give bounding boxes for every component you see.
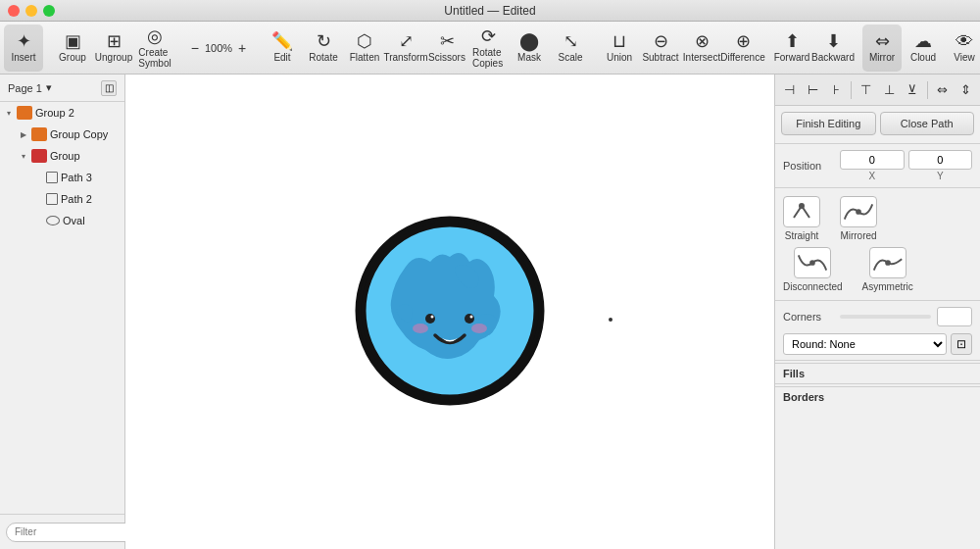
align-center-v-button[interactable]: ⊥: [878, 79, 900, 101]
difference-tool[interactable]: ⊕ Difference: [723, 25, 762, 72]
round-select[interactable]: Round: None Round: All Round: Inner: [783, 333, 947, 355]
union-icon: ⊔: [612, 32, 626, 50]
layer-toggle-oval: [33, 216, 43, 225]
node-mirrored-option[interactable]: Mirrored: [840, 196, 877, 241]
position-inputs: X Y: [840, 150, 972, 181]
svg-point-6: [471, 324, 487, 333]
mirror-icon: ⇔: [875, 32, 890, 50]
rotate-copies-icon: ⟳: [481, 27, 496, 45]
corners-slider[interactable]: [840, 315, 931, 319]
maximize-button[interactable]: [43, 5, 55, 17]
round-row: Round: None Round: All Round: Inner ⊡: [775, 330, 980, 358]
position-y-input[interactable]: [908, 150, 973, 170]
canvas-area[interactable]: [125, 75, 774, 549]
backward-tool[interactable]: ⬇ Backward: [813, 25, 853, 72]
layer-toggle-group2[interactable]: ▾: [4, 108, 14, 118]
layer-item-groupcopy[interactable]: ▶ Group Copy: [0, 124, 124, 145]
scale-icon: ⤡: [564, 32, 578, 50]
oval-icon: [46, 216, 60, 225]
divider-5: [775, 383, 980, 384]
layer-item-group2[interactable]: ▾ Group 2: [0, 102, 124, 124]
rotate-tool[interactable]: ↻ Rotate: [304, 25, 343, 72]
page-selector[interactable]: Page 1 ▾ ◫: [0, 75, 124, 102]
rotate-copies-tool[interactable]: ⟳ Rotate Copies: [468, 25, 508, 72]
ungroup-tool[interactable]: ⊞ Ungroup: [94, 25, 133, 72]
position-y-wrap: Y: [908, 150, 973, 181]
path3-icon: [46, 172, 58, 183]
pt-separator-1: [851, 81, 852, 99]
layer-item-path3[interactable]: Path 3: [0, 167, 124, 188]
divider-1: [775, 143, 980, 144]
transform-icon: ⤢: [399, 32, 414, 50]
position-x-wrap: X: [840, 150, 905, 181]
layer-name-path2: Path 2: [61, 193, 92, 205]
edit-tool[interactable]: ✏️ Edit: [263, 25, 302, 72]
layer-toggle-group[interactable]: ▾: [19, 151, 28, 161]
align-right-button[interactable]: ⊦: [825, 79, 847, 101]
fills-header: Fills: [775, 363, 980, 381]
layer-item-group[interactable]: ▾ Group: [0, 145, 124, 167]
divider-3: [775, 300, 980, 301]
position-x-input[interactable]: [840, 150, 905, 170]
intersect-tool[interactable]: ⊗ Intersect: [682, 25, 721, 72]
layers-panel: Page 1 ▾ ◫ ▾ Group 2 ▶ Group Copy ▾: [0, 75, 125, 549]
mask-tool[interactable]: ⬤ Mask: [510, 25, 549, 72]
finish-editing-button[interactable]: Finish Editing: [781, 112, 876, 135]
group2-icon: [17, 106, 32, 120]
window-title: Untitled — Edited: [444, 4, 535, 18]
layer-name-group2: Group 2: [35, 107, 74, 119]
insert-tool[interactable]: ✦ Insert: [4, 25, 43, 72]
align-bottom-button[interactable]: ⊻: [902, 79, 923, 101]
scissors-tool[interactable]: ✂ Scissors: [427, 25, 466, 72]
forward-tool[interactable]: ⬆ Forward: [772, 25, 811, 72]
subtract-tool[interactable]: ⊖ Subtract: [641, 25, 680, 72]
create-symbol-tool[interactable]: ◎ Create Symbol: [135, 25, 174, 72]
scissors-icon: ✂: [440, 32, 455, 50]
mirrored-icon-box: [840, 196, 877, 227]
disconnected-icon-box: [794, 247, 831, 278]
asymmetric-icon-box: [869, 247, 906, 278]
scale-tool[interactable]: ⤡ Scale: [551, 25, 590, 72]
zoom-tool[interactable]: − 100% +: [184, 25, 253, 72]
cloud-tool[interactable]: ☁ Cloud: [904, 25, 943, 72]
flatten-tool[interactable]: ⬡ Flatten: [345, 25, 384, 72]
align-left-button[interactable]: ⊣: [779, 79, 801, 101]
panel-toggle-button[interactable]: ◫: [101, 80, 117, 96]
node-straight-option[interactable]: Straight: [783, 196, 820, 241]
mirror-tool[interactable]: ⇔ Mirror: [862, 25, 902, 72]
close-path-button[interactable]: Close Path: [880, 112, 975, 135]
node-disconnected-option[interactable]: Disconnected: [783, 247, 843, 292]
transform-tool[interactable]: ⤢ Transform: [386, 25, 425, 72]
view-icon: 👁: [956, 32, 973, 50]
align-top-button[interactable]: ⊤: [856, 79, 877, 101]
close-button[interactable]: [8, 5, 20, 17]
earth-illustration: [352, 213, 548, 411]
distribute-h-button[interactable]: ⇔: [932, 79, 954, 101]
node-asymmetric-option[interactable]: Asymmetric: [862, 247, 913, 292]
layer-item-path2[interactable]: Path 2: [0, 188, 124, 210]
position-label: Position: [783, 160, 834, 172]
pt-separator-2: [927, 81, 928, 99]
group-icon: ▣: [65, 32, 81, 50]
group-tool[interactable]: ▣ Group: [53, 25, 92, 72]
union-tool[interactable]: ⊔ Union: [600, 25, 639, 72]
layer-name-groupcopy: Group Copy: [50, 128, 108, 140]
corner-settings-button[interactable]: ⊡: [951, 333, 972, 355]
align-center-h-button[interactable]: ⊢: [803, 79, 824, 101]
corners-input[interactable]: [937, 307, 972, 326]
minimize-button[interactable]: [25, 5, 37, 17]
borders-header: Borders: [775, 386, 980, 405]
svg-point-11: [799, 203, 805, 209]
straight-icon-box: [783, 196, 820, 227]
straight-label: Straight: [785, 230, 818, 241]
view-tool[interactable]: 👁 View: [945, 25, 980, 72]
rotate-icon: ↻: [317, 32, 331, 50]
layer-name-oval: Oval: [63, 215, 85, 226]
layer-toggle-groupcopy[interactable]: ▶: [19, 129, 28, 139]
window-controls[interactable]: [8, 5, 55, 17]
layer-list: ▾ Group 2 ▶ Group Copy ▾ Group: [0, 102, 124, 514]
layer-item-oval[interactable]: Oval: [0, 210, 124, 231]
distribute-v-button[interactable]: ⇕: [955, 79, 976, 101]
svg-point-7: [431, 316, 434, 319]
asymmetric-label: Asymmetric: [862, 281, 913, 292]
